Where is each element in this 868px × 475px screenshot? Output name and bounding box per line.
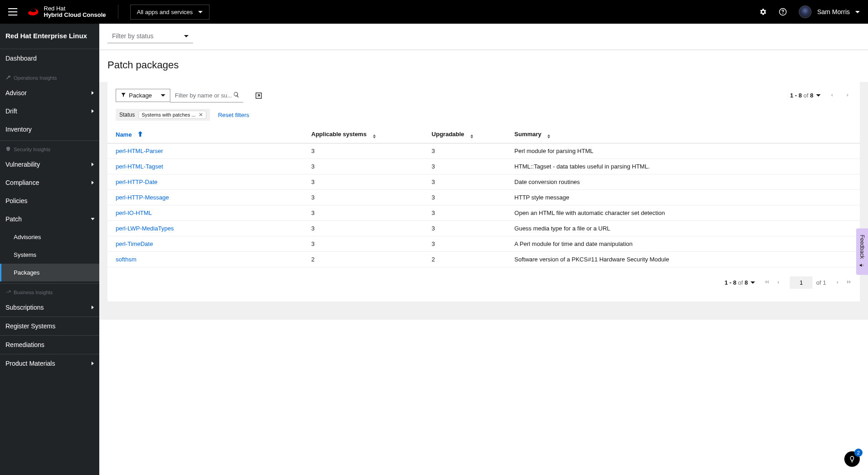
package-link[interactable]: perl-HTML-Tagset <box>116 163 163 170</box>
sidebar-item-compliance[interactable]: Compliance <box>0 174 99 192</box>
help-bulb-button[interactable]: 2 <box>844 451 860 467</box>
shield-icon <box>5 146 11 153</box>
sidebar-item-label: Remediations <box>5 341 45 348</box>
sidebar-item-patch[interactable]: Patch <box>0 210 99 228</box>
page-title: Patch packages <box>99 50 868 82</box>
pagination-prev[interactable] <box>828 92 836 99</box>
masthead: Red Hat Hybrid Cloud Console All apps an… <box>0 0 868 24</box>
chevron-right-icon <box>92 109 94 113</box>
pagination-next[interactable] <box>835 279 840 286</box>
column-label: Summary <box>515 131 541 138</box>
chip-label: Systems with patches ... <box>142 112 196 117</box>
trend-icon <box>5 289 11 296</box>
sidebar-item-patch-packages[interactable]: Packages <box>0 264 99 281</box>
sort-ascending-icon <box>138 131 143 137</box>
caret-down-icon <box>855 11 860 13</box>
column-label: Applicable systems <box>311 131 367 138</box>
pagination-footer-range-dropdown[interactable]: 1 - 8 of 8 <box>725 279 755 286</box>
pagination-compact[interactable]: 1 - 8 of 8 <box>790 92 821 99</box>
chevron-right-icon <box>92 163 94 166</box>
sidebar-section-label: Business Insights <box>14 290 53 295</box>
sidebar-item-vulnerability[interactable]: Vulnerability <box>0 155 99 174</box>
filter-search-input[interactable] <box>175 92 231 99</box>
package-link[interactable]: perl-TimeDate <box>116 240 153 247</box>
sidebar-item-drift[interactable]: Drift <box>0 102 99 120</box>
cell-applicable: 3 <box>303 221 424 236</box>
reset-filters-link[interactable]: Reset filters <box>218 112 250 118</box>
sidebar-item-policies[interactable]: Policies <box>0 192 99 210</box>
table-row: perl-IO-HTML33Open an HTML file with aut… <box>107 205 860 221</box>
chevron-down-icon <box>91 218 95 220</box>
package-link[interactable]: perl-HTML-Parser <box>116 148 163 154</box>
sidebar-section-security: Security Insights <box>0 140 99 155</box>
sidebar-item-dashboard[interactable]: Dashboard <box>0 49 99 67</box>
column-header-applicable[interactable]: Applicable systems <box>303 126 424 143</box>
status-filter-dropdown[interactable]: Filter by status <box>107 29 193 43</box>
cell-upgradable: 3 <box>424 236 506 252</box>
sidebar-item-subscriptions[interactable]: Subscriptions <box>0 298 99 317</box>
column-header-name[interactable]: Name <box>107 126 303 143</box>
sidebar-item-register-systems[interactable]: Register Systems <box>0 317 99 335</box>
chip-remove-button[interactable]: ✕ <box>199 112 203 117</box>
cell-applicable: 3 <box>303 190 424 205</box>
packages-table: Name Applicable systems <box>107 126 860 267</box>
pagination-last[interactable] <box>846 279 852 286</box>
nav-toggle-button[interactable] <box>8 8 17 15</box>
pagination-page-input[interactable] <box>790 276 812 289</box>
package-link[interactable]: perl-HTTP-Message <box>116 194 169 201</box>
sidebar-item-remediations[interactable]: Remediations <box>0 336 99 354</box>
content: Filter by status Patch packages Package <box>99 24 868 475</box>
feedback-tab[interactable]: Feedback <box>856 228 868 275</box>
brand-text: Red Hat Hybrid Cloud Console <box>44 5 106 18</box>
sidebar-item-product-materials[interactable]: Product Materials <box>0 354 99 373</box>
column-label: Name <box>116 131 132 138</box>
table-footer: 1 - 8 of 8 of 1 <box>107 267 860 301</box>
cell-summary: HTTP style message <box>506 190 860 205</box>
sidebar-item-inventory[interactable]: Inventory <box>0 120 99 138</box>
feedback-label: Feedback <box>859 235 865 259</box>
help-icon[interactable] <box>779 8 787 16</box>
pagination-next[interactable] <box>843 92 852 99</box>
redhat-logo-icon <box>27 7 39 16</box>
package-link[interactable]: perl-LWP-MediaTypes <box>116 225 174 232</box>
table-row: perl-TimeDate33A Perl module for time an… <box>107 236 860 252</box>
caret-down-icon <box>198 11 203 13</box>
username: Sam Morris <box>817 8 850 15</box>
all-apps-dropdown[interactable]: All apps and services <box>130 5 210 20</box>
sidebar-item-label: Vulnerability <box>5 161 40 168</box>
svg-point-1 <box>783 13 784 14</box>
chip-category: Status <box>119 112 135 118</box>
cell-upgradable: 3 <box>424 190 506 205</box>
pagination-first[interactable] <box>764 279 770 286</box>
table-row: perl-HTML-Tagset33HTML::Tagset - data ta… <box>107 159 860 174</box>
search-icon[interactable] <box>233 92 240 99</box>
sidebar-item-advisor[interactable]: Advisor <box>0 84 99 102</box>
package-link[interactable]: perl-HTTP-Date <box>116 179 158 185</box>
package-link[interactable]: perl-IO-HTML <box>116 209 152 216</box>
column-header-upgradable[interactable]: Upgradable <box>424 126 506 143</box>
pagination-range: 1 - 8 <box>790 92 802 99</box>
pagination-prev[interactable] <box>776 279 781 286</box>
column-header-summary[interactable]: Summary <box>506 126 860 143</box>
cell-applicable: 3 <box>303 143 424 159</box>
sidebar-section-business: Business Insights <box>0 283 99 298</box>
sidebar-item-label: Drift <box>5 107 17 115</box>
sidebar-item-label: Patch <box>5 215 22 223</box>
settings-icon[interactable] <box>759 8 767 16</box>
cell-applicable: 3 <box>303 236 424 252</box>
help-bulb-badge: 2 <box>854 449 863 457</box>
brand[interactable]: Red Hat Hybrid Cloud Console <box>27 5 106 18</box>
cell-summary: A Perl module for time and date manipula… <box>506 236 860 252</box>
filter-search-group <box>170 88 243 102</box>
package-link[interactable]: softhsm <box>116 256 137 263</box>
table-row: perl-HTTP-Message33HTTP style message <box>107 190 860 205</box>
export-button[interactable] <box>255 92 262 99</box>
filter-icon <box>121 92 126 99</box>
sidebar-item-patch-systems[interactable]: Systems <box>0 246 99 264</box>
filter-attribute-dropdown[interactable]: Package <box>116 89 170 102</box>
cell-summary: Software version of a PKCS#11 Hardware S… <box>506 252 860 267</box>
sidebar-item-patch-advisories[interactable]: Advisories <box>0 228 99 246</box>
table-row: perl-HTTP-Date33Date conversion routines <box>107 174 860 190</box>
user-menu[interactable]: Sam Morris <box>799 5 860 18</box>
sidebar-item-label: Compliance <box>5 179 39 186</box>
